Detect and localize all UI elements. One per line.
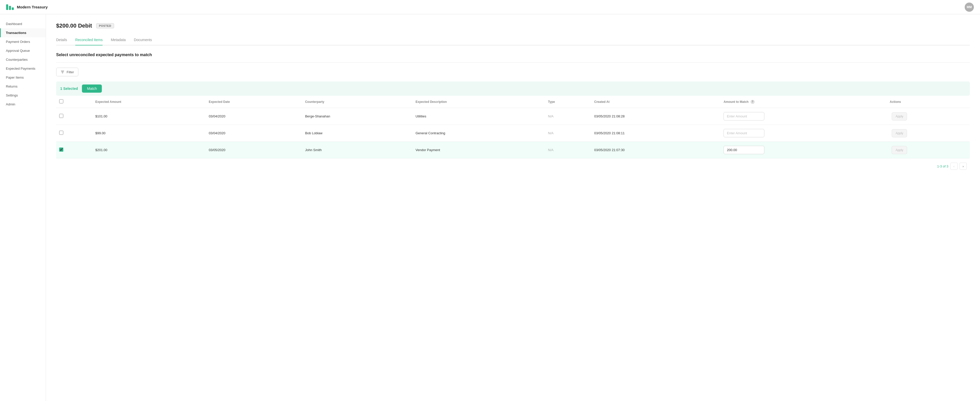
tab-reconciled-items[interactable]: Reconciled Items — [75, 35, 103, 45]
table-body: $101.00 03/04/2020 Berge-Shanahan Utilit… — [56, 108, 970, 159]
row-expected-amount: $99.00 — [92, 125, 206, 142]
sidebar-item-transactions[interactable]: Transactions — [0, 28, 46, 37]
main-content: $200.00 Debit POSTED Details Reconciled … — [46, 14, 980, 401]
pagination-info: 1-3 of 3 — [937, 164, 948, 168]
filter-label: Filter — [67, 70, 74, 74]
filter-icon — [60, 70, 65, 74]
apply-button[interactable]: Apply — [892, 112, 907, 121]
row-counterparty: John Smith — [302, 142, 412, 159]
table-container: Expected Amount Expected Date Counterpar… — [56, 96, 970, 159]
row-expected-date: 03/05/2020 — [206, 142, 302, 159]
page-title: $200.00 Debit — [56, 22, 92, 29]
layout: Dashboard Transactions Payment Orders Ap… — [0, 14, 980, 401]
row-counterparty: Bob Loblaw — [302, 125, 412, 142]
apply-button[interactable]: Apply — [892, 129, 907, 137]
row-checkbox[interactable] — [59, 114, 63, 118]
row-created-at: 03/05/2020 21:08:11 — [591, 125, 721, 142]
col-expected-date: Expected Date — [206, 96, 302, 108]
select-all-checkbox[interactable] — [59, 99, 63, 103]
payments-table: Expected Amount Expected Date Counterpar… — [56, 96, 970, 159]
selection-bar: 1 Selected Match — [56, 81, 970, 96]
status-badge: POSTED — [96, 23, 114, 28]
tab-details[interactable]: Details — [56, 35, 67, 45]
row-amount-to-match-cell — [721, 108, 886, 125]
row-type: N/A — [545, 125, 591, 142]
prev-page-button[interactable]: ‹ — [950, 162, 958, 170]
avatar[interactable]: MM — [965, 3, 974, 12]
help-icon: ? — [751, 100, 755, 104]
tab-documents[interactable]: Documents — [134, 35, 152, 45]
col-expected-amount: Expected Amount — [92, 96, 206, 108]
sidebar-item-admin[interactable]: Admin — [0, 100, 46, 109]
row-checkbox-cell — [56, 125, 92, 142]
sidebar-item-counterparties[interactable]: Counterparties — [0, 55, 46, 64]
pagination: 1-3 of 3 ‹ › — [56, 159, 970, 174]
col-actions: Actions — [886, 96, 970, 108]
amount-to-match-input[interactable] — [724, 129, 764, 137]
table-head: Expected Amount Expected Date Counterpar… — [56, 96, 970, 108]
nav-left: Modern Treasury — [6, 4, 48, 10]
sidebar-item-payment-orders[interactable]: Payment Orders — [0, 37, 46, 46]
row-created-at: 03/05/2020 21:08:28 — [591, 108, 721, 125]
amount-to-match-input[interactable] — [724, 112, 764, 121]
col-type: Type — [545, 96, 591, 108]
filter-button[interactable]: Filter — [56, 68, 78, 76]
row-type: N/A — [545, 142, 591, 159]
row-expected-description: General Contracting — [412, 125, 545, 142]
row-amount-to-match-cell — [721, 125, 886, 142]
row-amount-to-match-cell — [721, 142, 886, 159]
table-header-row: Expected Amount Expected Date Counterpar… — [56, 96, 970, 108]
row-checkbox[interactable] — [59, 131, 63, 135]
col-counterparty: Counterparty — [302, 96, 412, 108]
table-row: $201.00 03/05/2020 John Smith Vendor Pay… — [56, 142, 970, 159]
row-actions-cell: Apply — [886, 125, 970, 142]
row-actions-cell: Apply — [886, 142, 970, 159]
row-expected-description: Vendor Payment — [412, 142, 545, 159]
page-header: $200.00 Debit POSTED — [56, 22, 970, 29]
row-expected-description: Utilities — [412, 108, 545, 125]
row-actions-cell: Apply — [886, 108, 970, 125]
row-created-at: 03/05/2020 21:07:30 — [591, 142, 721, 159]
table-row: $101.00 03/04/2020 Berge-Shanahan Utilit… — [56, 108, 970, 125]
sidebar-item-expected-payments[interactable]: Expected Payments — [0, 64, 46, 73]
table-row: $99.00 03/04/2020 Bob Loblaw General Con… — [56, 125, 970, 142]
tab-bar: Details Reconciled Items Metadata Docume… — [56, 35, 970, 45]
section-title: Select unreconciled expected payments to… — [56, 53, 970, 57]
sidebar-item-dashboard[interactable]: Dashboard — [0, 19, 46, 28]
row-expected-amount: $101.00 — [92, 108, 206, 125]
sidebar: Dashboard Transactions Payment Orders Ap… — [0, 14, 46, 401]
tab-metadata[interactable]: Metadata — [111, 35, 126, 45]
next-page-button[interactable]: › — [959, 162, 967, 170]
row-checkbox-cell — [56, 142, 92, 159]
sidebar-item-approval-queue[interactable]: Approval Queue — [0, 46, 46, 55]
sidebar-item-returns[interactable]: Returns — [0, 82, 46, 91]
row-expected-date: 03/04/2020 — [206, 125, 302, 142]
row-type: N/A — [545, 108, 591, 125]
logo-icon — [6, 4, 14, 10]
sidebar-item-paper-items[interactable]: Paper Items — [0, 73, 46, 82]
match-button[interactable]: Match — [82, 84, 102, 93]
top-nav: Modern Treasury MM — [0, 0, 980, 14]
sidebar-item-settings[interactable]: Settings — [0, 91, 46, 100]
col-amount-to-match: Amount to Match ? — [721, 96, 886, 108]
row-expected-date: 03/04/2020 — [206, 108, 302, 125]
selected-count: 1 Selected — [60, 86, 78, 91]
row-checkbox[interactable] — [59, 148, 63, 152]
row-expected-amount: $201.00 — [92, 142, 206, 159]
apply-button[interactable]: Apply — [892, 146, 907, 154]
col-checkbox — [56, 96, 92, 108]
col-expected-description: Expected Description — [412, 96, 545, 108]
app-name: Modern Treasury — [17, 5, 48, 9]
row-counterparty: Berge-Shanahan — [302, 108, 412, 125]
amount-to-match-input[interactable] — [724, 146, 764, 154]
col-created-at: Created At — [591, 96, 721, 108]
row-checkbox-cell — [56, 108, 92, 125]
